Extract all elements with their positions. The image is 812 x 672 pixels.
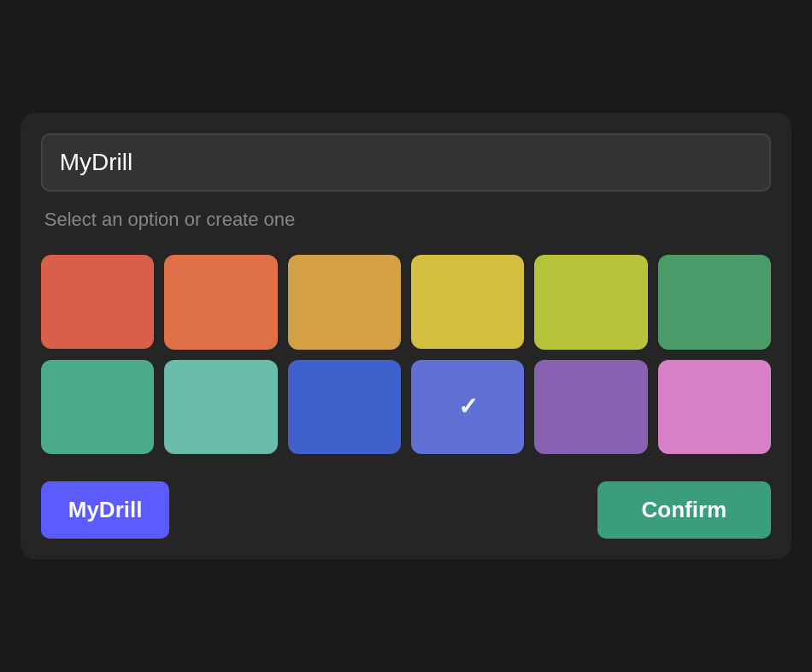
color-swatch-amber[interactable]	[288, 255, 401, 349]
color-swatch-teal[interactable]	[41, 360, 154, 454]
color-swatch-pink[interactable]	[658, 360, 771, 454]
color-swatch-orange[interactable]	[164, 255, 277, 349]
color-swatch-red[interactable]	[41, 255, 154, 349]
color-swatch-lime[interactable]	[534, 255, 647, 349]
confirm-button[interactable]: Confirm	[597, 481, 772, 539]
footer: MyDrill Confirm	[41, 481, 772, 539]
color-swatch-purple-blue[interactable]	[411, 360, 524, 454]
color-swatch-yellow[interactable]	[411, 255, 524, 349]
color-grid	[41, 255, 772, 454]
subtitle-text: Select an option or create one	[41, 209, 772, 231]
color-swatch-mint[interactable]	[164, 360, 277, 454]
tag-button[interactable]: MyDrill	[41, 481, 170, 539]
color-swatch-purple[interactable]	[534, 360, 647, 454]
name-input[interactable]	[41, 133, 772, 192]
color-swatch-blue[interactable]	[288, 360, 401, 454]
color-swatch-green[interactable]	[658, 255, 771, 349]
color-picker-dialog: Select an option or create one MyDrill C…	[21, 113, 792, 559]
